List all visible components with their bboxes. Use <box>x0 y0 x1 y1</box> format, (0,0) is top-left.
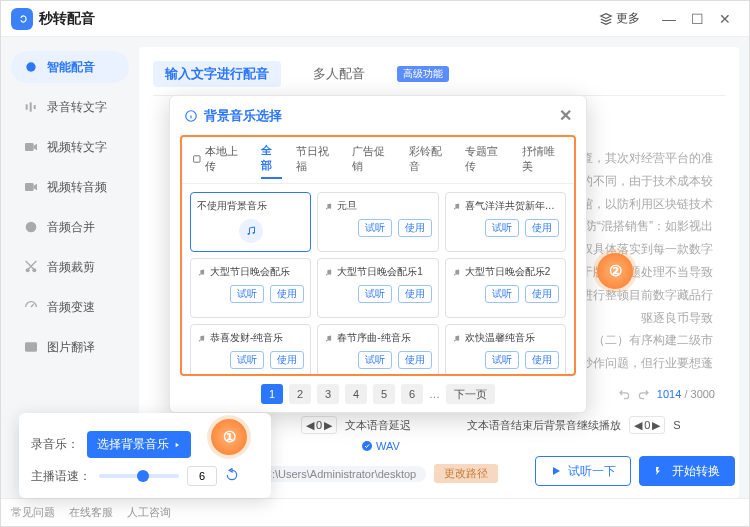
try-button[interactable]: 试听 <box>230 351 264 369</box>
continue-stepper[interactable]: ◀ 0 ▶ <box>629 416 665 434</box>
try-button[interactable]: 试听 <box>358 219 392 237</box>
svg-rect-5 <box>25 143 34 151</box>
page-1[interactable]: 1 <box>261 384 283 404</box>
modal-title: 背景音乐选择 <box>204 107 282 125</box>
page-2[interactable]: 2 <box>289 384 311 404</box>
sidebar-item-audio-trim[interactable]: 音频裁剪 <box>11 251 129 283</box>
use-button[interactable]: 使用 <box>270 351 304 369</box>
use-button[interactable]: 使用 <box>525 351 559 369</box>
tab-local-upload[interactable]: 本地上传 <box>192 144 247 178</box>
bgm-card[interactable]: 欢快温馨纯音乐试听使用 <box>445 324 566 374</box>
svg-point-29 <box>330 339 332 341</box>
svg-point-19 <box>457 207 459 209</box>
card-title: 春节序曲-纯音乐 <box>324 331 431 345</box>
bgm-card[interactable]: 大型节日晚会配乐1试听使用 <box>317 258 438 318</box>
tab-multi-voice[interactable]: 多人配音 <box>301 61 377 87</box>
play-icon[interactable] <box>239 219 263 243</box>
speed-slider[interactable] <box>99 474 179 478</box>
bgm-card-none[interactable]: 不使用背景音乐 <box>190 192 311 252</box>
note-icon <box>324 334 333 343</box>
try-button[interactable]: 试听 <box>358 285 392 303</box>
svg-point-20 <box>199 274 201 276</box>
minimize-button[interactable]: — <box>655 5 683 33</box>
sidebar-item-video-to-audio[interactable]: 视频转音频 <box>11 171 129 203</box>
use-button[interactable]: 使用 <box>398 219 432 237</box>
tab-text-input[interactable]: 输入文字进行配音 <box>153 61 281 87</box>
use-button[interactable]: 使用 <box>398 351 432 369</box>
svg-point-31 <box>457 339 459 341</box>
use-button[interactable]: 使用 <box>525 285 559 303</box>
main-tabs: 输入文字进行配音 多人配音 高级功能 <box>153 61 725 96</box>
wav-indicator[interactable]: WAV <box>361 440 400 452</box>
bgm-card[interactable]: 元旦试听使用 <box>317 192 438 252</box>
page-3[interactable]: 3 <box>317 384 339 404</box>
more-label: 更多 <box>616 10 640 27</box>
tab-promo[interactable]: 广告促销 <box>352 144 394 178</box>
tab-topic[interactable]: 专题宣传 <box>465 144 507 178</box>
bgm-card[interactable]: 大型节日晚会配乐2试听使用 <box>445 258 566 318</box>
sidebar-item-smart-dub[interactable]: 智能配音 <box>11 51 129 83</box>
page-5[interactable]: 5 <box>373 384 395 404</box>
change-path-button[interactable]: 更改路径 <box>434 464 498 483</box>
page-dots: … <box>429 388 440 400</box>
sidebar-item-audio-merge[interactable]: 音频合并 <box>11 211 129 243</box>
card-title: 恭喜发财-纯音乐 <box>197 331 304 345</box>
svg-point-24 <box>454 274 456 276</box>
tab-lyric[interactable]: 抒情唯美 <box>522 144 564 178</box>
speed-value-input[interactable] <box>187 466 217 486</box>
select-bgm-button[interactable]: 选择背景音乐 <box>87 431 191 458</box>
footer-online-cs[interactable]: 在线客服 <box>69 505 113 520</box>
music-label: 录音乐： <box>31 436 79 453</box>
upload-icon <box>192 154 202 164</box>
app-logo <box>11 8 33 30</box>
title-bar: 秒转配音 更多 — ☐ ✕ <box>1 1 749 37</box>
bgm-card[interactable]: 喜气洋洋共贺新年…试听使用 <box>445 192 566 252</box>
more-button[interactable]: 更多 <box>599 10 640 27</box>
undo-icon[interactable] <box>617 387 631 401</box>
page-6[interactable]: 6 <box>401 384 423 404</box>
try-button[interactable]: 试听 <box>358 351 392 369</box>
svg-point-7 <box>26 222 37 233</box>
tab-ringtone[interactable]: 彩铃配音 <box>409 144 451 178</box>
footer-human-cs[interactable]: 人工咨询 <box>127 505 171 520</box>
sidebar-label: 图片翻译 <box>47 339 95 356</box>
preview-button[interactable]: 试听一下 <box>535 456 631 486</box>
close-button[interactable]: ✕ <box>711 5 739 33</box>
try-button[interactable]: 试听 <box>485 285 519 303</box>
page-next[interactable]: 下一页 <box>446 384 495 404</box>
bgm-card[interactable]: 春节序曲-纯音乐试听使用 <box>317 324 438 374</box>
output-path: C:\Users\Administrator\desktop <box>254 466 426 482</box>
delay-stepper[interactable]: ◀ 0 ▶ <box>301 416 337 434</box>
start-convert-button[interactable]: 开始转换 <box>639 456 735 486</box>
use-button[interactable]: 使用 <box>525 219 559 237</box>
svg-point-25 <box>457 273 459 275</box>
use-button[interactable]: 使用 <box>398 285 432 303</box>
try-button[interactable]: 试听 <box>230 285 264 303</box>
note-icon <box>452 268 461 277</box>
continue-label: 文本语音结束后背景音继续播放 <box>467 418 621 433</box>
sidebar-item-audio-speed[interactable]: 音频变速 <box>11 291 129 323</box>
card-title: 大型节日晚会配乐 <box>197 265 304 279</box>
reset-speed-button[interactable] <box>225 468 239 485</box>
maximize-button[interactable]: ☐ <box>683 5 711 33</box>
page-4[interactable]: 4 <box>345 384 367 404</box>
callout-bubble-2: ② <box>597 253 633 289</box>
sidebar-label: 视频转文字 <box>47 139 107 156</box>
tab-all[interactable]: 全部 <box>261 143 282 179</box>
bgm-card[interactable]: 大型节日晚会配乐试听使用 <box>190 258 311 318</box>
image-icon <box>23 339 39 355</box>
sidebar-item-audio-to-text[interactable]: 录音转文字 <box>11 91 129 123</box>
card-title: 大型节日晚会配乐1 <box>324 265 431 279</box>
card-title: 欢快温馨纯音乐 <box>452 331 559 345</box>
tab-festival[interactable]: 节日祝福 <box>296 144 338 178</box>
try-button[interactable]: 试听 <box>485 219 519 237</box>
use-button[interactable]: 使用 <box>270 285 304 303</box>
footer-faq[interactable]: 常见问题 <box>11 505 55 520</box>
try-button[interactable]: 试听 <box>485 351 519 369</box>
sidebar-item-image-translate[interactable]: 图片翻译 <box>11 331 129 363</box>
bgm-card[interactable]: 恭喜发财-纯音乐试听使用 <box>190 324 311 374</box>
redo-icon[interactable] <box>637 387 651 401</box>
sidebar-item-video-to-text[interactable]: 视频转文字 <box>11 131 129 163</box>
modal-close-button[interactable]: ✕ <box>559 106 572 125</box>
svg-rect-4 <box>34 105 36 109</box>
